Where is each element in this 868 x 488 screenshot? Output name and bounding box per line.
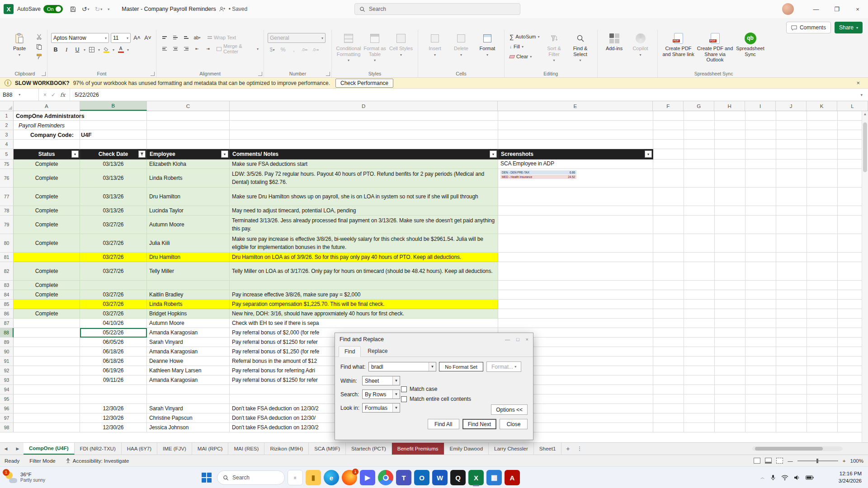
cell-D79[interactable]: Terminated 3/13/26. Jess already process… bbox=[230, 216, 498, 234]
cell-B89[interactable]: 06/05/26 bbox=[80, 338, 147, 347]
cell-G78[interactable] bbox=[684, 206, 715, 216]
row-header-91[interactable]: 91 bbox=[0, 357, 14, 366]
row-header-86[interactable]: 86 bbox=[0, 309, 14, 319]
cell-E87[interactable] bbox=[498, 319, 653, 328]
cell-D85[interactable]: Pay separation compensation $1,225.70. T… bbox=[230, 300, 498, 309]
format-dropdown-button[interactable]: Format... ▾ bbox=[486, 361, 521, 372]
cell-I77[interactable] bbox=[745, 188, 776, 206]
cell-I76[interactable] bbox=[745, 169, 776, 188]
row-header-98[interactable]: 98 bbox=[0, 423, 14, 432]
insert-button[interactable]: Insert▾ bbox=[422, 31, 448, 57]
cell-I97[interactable] bbox=[745, 413, 776, 423]
row-header-89[interactable]: 89 bbox=[0, 338, 14, 347]
cell-B98[interactable]: 12/30/26 bbox=[80, 423, 147, 432]
cell-G82[interactable] bbox=[684, 262, 715, 281]
increase-font-icon[interactable]: A˄ bbox=[132, 33, 142, 42]
cell-J79[interactable] bbox=[776, 216, 807, 234]
row-header-80[interactable]: 80 bbox=[0, 234, 14, 253]
cell-B91[interactable]: 06/18/26 bbox=[80, 357, 147, 366]
normal-view-icon[interactable] bbox=[754, 458, 760, 464]
cell-H97[interactable] bbox=[715, 413, 745, 423]
close-dialog-button[interactable]: Close bbox=[500, 419, 528, 429]
sheet-tab-sheet1[interactable]: Sheet1 bbox=[534, 443, 561, 455]
sheet-tab-haa-6y7[interactable]: HAA (6Y7) bbox=[122, 443, 157, 455]
new-sheet-button[interactable]: + bbox=[561, 443, 574, 455]
format-painter-icon[interactable] bbox=[34, 52, 43, 61]
find-what-dropdown-icon[interactable]: ▼ bbox=[429, 362, 436, 371]
row-header-2[interactable]: 2 bbox=[0, 121, 14, 130]
cell-F76[interactable] bbox=[653, 169, 684, 188]
zoom-slider-thumb[interactable] bbox=[816, 459, 818, 463]
cell-G86[interactable] bbox=[684, 309, 715, 319]
cell-B77[interactable]: 03/13/26 bbox=[80, 188, 147, 206]
column-header-A[interactable]: A bbox=[14, 101, 80, 111]
minimize-button[interactable]: — bbox=[806, 0, 826, 18]
cell-I92[interactable] bbox=[745, 366, 776, 375]
decrease-font-icon[interactable]: A˅ bbox=[143, 33, 152, 42]
cell-H80[interactable] bbox=[715, 234, 745, 253]
cell-K78[interactable] bbox=[807, 206, 838, 216]
tab-scroll-right-icon[interactable]: ▶ bbox=[12, 443, 24, 455]
cell-H78[interactable] bbox=[715, 206, 745, 216]
cell-G87[interactable] bbox=[684, 319, 715, 328]
tab-find[interactable]: Find bbox=[339, 346, 361, 357]
fill-color-icon[interactable] bbox=[102, 45, 111, 54]
restore-button[interactable]: ❐ bbox=[826, 0, 847, 18]
cell-K91[interactable] bbox=[807, 357, 838, 366]
currency-icon[interactable]: $▾ bbox=[268, 45, 277, 54]
row-header-3[interactable]: 3 bbox=[0, 130, 14, 140]
cell-G84[interactable] bbox=[684, 290, 715, 300]
cell-E80[interactable] bbox=[498, 234, 653, 253]
media-app-icon[interactable]: ▶ bbox=[360, 470, 375, 485]
cell-B93[interactable]: 09/11/26 bbox=[80, 375, 147, 385]
cell-H94[interactable] bbox=[715, 385, 745, 394]
cell-G92[interactable] bbox=[684, 366, 715, 375]
cell-C92[interactable]: Kathleen Mary Larsen bbox=[147, 366, 230, 375]
customize-qat-button[interactable]: ▾ bbox=[105, 6, 112, 13]
cell-I80[interactable] bbox=[745, 234, 776, 253]
start-button[interactable] bbox=[199, 470, 214, 485]
font-dialog-launcher[interactable] bbox=[151, 72, 155, 76]
row-header-77[interactable]: 77 bbox=[0, 188, 14, 206]
cell-B95[interactable] bbox=[80, 394, 147, 404]
cell-J75[interactable] bbox=[776, 160, 807, 169]
status-filter-icon[interactable]: ▼ bbox=[71, 150, 79, 158]
alignment-dialog-launcher[interactable] bbox=[258, 72, 262, 76]
row-header-1[interactable]: 1 bbox=[0, 111, 14, 121]
cell-D81[interactable]: Dru Hamilton on LOA as of 3/9/26. So for… bbox=[230, 253, 498, 262]
acrobat-icon[interactable]: A bbox=[505, 470, 520, 485]
cell-F88[interactable] bbox=[653, 328, 684, 338]
cell-J95[interactable] bbox=[776, 394, 807, 404]
volume-icon[interactable] bbox=[794, 475, 800, 480]
search-direction-select[interactable]: By Rows▼ bbox=[362, 389, 400, 399]
cell-J97[interactable] bbox=[776, 413, 807, 423]
employee-filter-icon[interactable]: ▼ bbox=[221, 150, 228, 158]
cell-C75[interactable]: Elizabeth Kloha bbox=[147, 160, 230, 169]
row-header-79[interactable]: 79 bbox=[0, 216, 14, 234]
excel-logo-icon[interactable]: X bbox=[4, 4, 14, 14]
tab-replace[interactable]: Replace bbox=[362, 346, 393, 357]
row-header-88[interactable]: 88 bbox=[0, 328, 14, 338]
cell-B83[interactable] bbox=[80, 281, 147, 290]
cell-K87[interactable] bbox=[807, 319, 838, 328]
cell-D86[interactable]: New hire, DOH: 3/16, should have approxm… bbox=[230, 309, 498, 319]
cell-C83[interactable] bbox=[147, 281, 230, 290]
header-employee[interactable]: Employee▼ bbox=[147, 149, 230, 160]
within-select[interactable]: Sheet▼ bbox=[362, 376, 400, 385]
row-header-76[interactable]: 76 bbox=[0, 169, 14, 188]
cell-I85[interactable] bbox=[745, 300, 776, 309]
cell-H91[interactable] bbox=[715, 357, 745, 366]
delete-button[interactable]: Delete▾ bbox=[448, 31, 474, 57]
word-icon[interactable]: W bbox=[432, 470, 448, 485]
column-header-D[interactable]: D bbox=[230, 101, 498, 111]
cell-C77[interactable]: Dru Hamilton bbox=[147, 188, 230, 206]
dismiss-banner-icon[interactable]: × bbox=[853, 80, 863, 86]
comments-button[interactable]: Comments bbox=[786, 22, 831, 33]
format-as-table-button[interactable]: Format as Table▾ bbox=[362, 31, 388, 62]
create-pdf-outlook-button[interactable]: Create PDF and Share via Outlook bbox=[696, 31, 735, 63]
number-format-combo[interactable]: General▾ bbox=[268, 33, 326, 43]
cut-icon[interactable] bbox=[34, 33, 43, 41]
row-header-81[interactable]: 81 bbox=[0, 253, 14, 262]
teams-icon[interactable]: T bbox=[396, 470, 411, 485]
cell-B75[interactable]: 03/13/26 bbox=[80, 160, 147, 169]
